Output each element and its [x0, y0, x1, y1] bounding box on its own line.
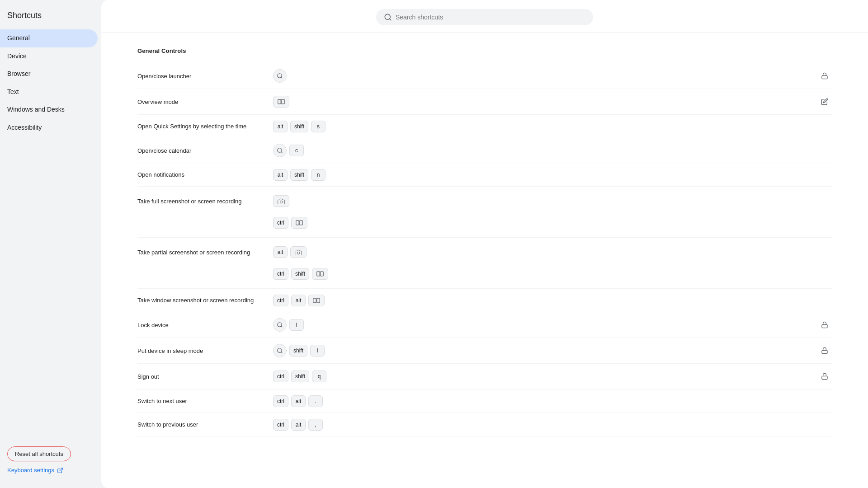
shortcut-label-switch-prev: Switch to previous user	[137, 421, 273, 428]
shortcut-row-screenshot-window: Take window screenshot or screen recordi…	[137, 289, 832, 312]
key-alt-4: alt	[291, 295, 306, 306]
svg-rect-11	[296, 221, 299, 225]
svg-rect-24	[822, 376, 827, 379]
sidebar-item-browser[interactable]: Browser	[0, 65, 98, 83]
key-c: c	[289, 145, 304, 156]
shortcut-label-screenshot-partial: Take partial screenshot or screen record…	[137, 249, 273, 256]
key-n: n	[311, 169, 326, 181]
svg-line-4	[281, 77, 283, 79]
key-ctrl: ctrl	[273, 217, 288, 229]
svg-line-0	[60, 468, 62, 470]
sidebar-item-text[interactable]: Text	[0, 83, 98, 101]
shortcut-label-calendar: Open/close calendar	[137, 147, 273, 154]
shortcut-row-screenshot-partial-2: ctrl shift	[137, 263, 832, 286]
shortcut-label-notifications: Open notifications	[137, 171, 273, 178]
edit-action-icon[interactable]	[817, 94, 832, 109]
key-shift-3: shift	[291, 268, 309, 280]
key-ctrl-3: ctrl	[273, 295, 288, 306]
shortcut-row-lock-device: Lock device l	[137, 312, 832, 338]
shortcut-label-overview-mode: Overview mode	[137, 99, 273, 105]
overview-key-icon-4	[308, 295, 325, 306]
svg-line-22	[281, 352, 283, 353]
reset-all-shortcuts-button[interactable]: Reset all shortcuts	[7, 446, 71, 461]
svg-point-8	[278, 148, 282, 152]
external-link-icon	[57, 467, 63, 474]
shortcut-keys-quick-settings: alt shift s	[273, 121, 832, 132]
shortcut-keys-calendar: c	[273, 144, 832, 157]
camera-key-icon	[273, 195, 289, 207]
lock-action-icon-3[interactable]	[817, 343, 832, 358]
key-alt-3: alt	[273, 246, 288, 258]
shortcut-row-calendar: Open/close calendar c	[137, 138, 832, 163]
svg-rect-5	[822, 75, 827, 79]
key-alt: alt	[273, 121, 288, 132]
search-key-icon-3	[273, 318, 287, 332]
svg-rect-6	[278, 99, 281, 104]
sidebar: Shortcuts General Device Browser Text Wi…	[0, 0, 101, 488]
app-title: Shortcuts	[0, 7, 101, 29]
sidebar-item-general[interactable]: General	[0, 29, 98, 47]
shortcut-keys-lock-device: l	[273, 318, 817, 332]
lock-action-icon-4[interactable]	[817, 369, 832, 384]
shortcut-keys-screenshot-full-1	[273, 195, 832, 207]
search-input[interactable]	[396, 14, 585, 21]
shortcut-label-screenshot-window: Take window screenshot or screen recordi…	[137, 297, 273, 304]
shortcut-keys-sign-out: ctrl shift q	[273, 371, 817, 382]
sidebar-item-accessibility[interactable]: Accessibility	[0, 119, 98, 137]
key-ctrl-6: ctrl	[273, 419, 288, 431]
shortcut-row-open-close-launcher: Open/close launcher	[137, 63, 832, 89]
sidebar-item-device[interactable]: Device	[0, 47, 98, 66]
key-l: l	[289, 319, 304, 331]
shortcut-row-group-screenshot-full: Take full screenshot or screen recording…	[137, 187, 832, 238]
shortcut-row-sleep-mode: Put device in sleep mode shift l	[137, 338, 832, 364]
svg-point-21	[278, 348, 282, 352]
shortcut-label-switch-next: Switch to next user	[137, 398, 273, 404]
lock-action-icon-2[interactable]	[817, 318, 832, 332]
shortcut-label-sign-out: Sign out	[137, 373, 273, 380]
svg-rect-14	[317, 272, 320, 276]
shortcut-row-notifications: Open notifications alt shift n	[137, 163, 832, 187]
key-shift-5: shift	[291, 371, 309, 382]
section-title: General Controls	[137, 47, 832, 54]
lock-action-icon[interactable]	[817, 69, 832, 83]
search-bar-container	[101, 0, 868, 33]
svg-rect-7	[282, 99, 284, 104]
svg-point-3	[278, 74, 282, 78]
shortcut-keys-screenshot-full-2: ctrl	[273, 217, 832, 229]
shortcut-label-screenshot-full: Take full screenshot or screen recording	[137, 198, 273, 205]
key-ctrl-4: ctrl	[273, 371, 288, 382]
shortcut-keys-notifications: alt shift n	[273, 169, 832, 181]
shortcut-keys-open-close-launcher	[273, 69, 817, 83]
svg-line-9	[281, 152, 283, 153]
key-shift-4: shift	[289, 345, 307, 357]
key-dot: .	[308, 395, 323, 407]
shortcut-label-sleep-mode: Put device in sleep mode	[137, 347, 273, 354]
key-alt-5: alt	[291, 395, 306, 407]
search-key-icon-4	[273, 344, 287, 357]
shortcut-row-switch-next: Switch to next user ctrl alt .	[137, 389, 832, 413]
shortcut-row-screenshot-partial-1: Take partial screenshot or screen record…	[137, 239, 832, 263]
shortcut-row-overview-mode: Overview mode	[137, 89, 832, 115]
shortcut-keys-screenshot-window: ctrl alt	[273, 295, 832, 306]
key-shift-2: shift	[290, 169, 308, 181]
key-q: q	[312, 371, 326, 382]
shortcut-row-screenshot-full-2: ctrl	[137, 212, 832, 235]
shortcut-keys-switch-prev: ctrl alt ,	[273, 419, 832, 431]
search-key-icon	[273, 69, 287, 83]
shortcut-keys-switch-next: ctrl alt .	[273, 395, 832, 407]
shortcut-row-group-screenshot-partial: Take partial screenshot or screen record…	[137, 238, 832, 289]
sidebar-nav: General Device Browser Text Windows and …	[0, 29, 101, 441]
svg-line-2	[389, 19, 391, 20]
sidebar-item-windows-and-desks[interactable]: Windows and Desks	[0, 101, 98, 119]
overview-key-icon	[273, 96, 289, 108]
keyboard-settings-label: Keyboard settings	[7, 467, 54, 474]
key-comma: ,	[308, 419, 323, 431]
overview-key-icon-3	[312, 268, 328, 280]
shortcut-keys-screenshot-partial-2: ctrl shift	[273, 268, 832, 280]
search-bar	[376, 9, 593, 25]
svg-rect-20	[822, 324, 827, 328]
key-ctrl-2: ctrl	[273, 268, 288, 280]
overview-key-icon-2	[291, 217, 307, 229]
svg-point-13	[297, 252, 299, 254]
keyboard-settings-link[interactable]: Keyboard settings	[7, 465, 94, 475]
